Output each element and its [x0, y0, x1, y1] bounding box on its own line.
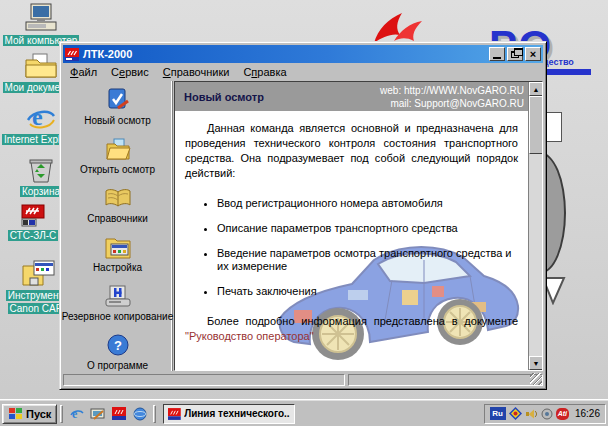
windows-logo-icon	[8, 407, 23, 420]
content-panel: Новый осмотр web: http://WWW.NovGARO.RU …	[174, 81, 543, 371]
quick-launch-novgaro-icon[interactable]	[110, 405, 127, 422]
ati-tray-icon[interactable]: Ati	[556, 408, 569, 420]
quick-launch-ie-icon[interactable]: e	[68, 405, 85, 422]
internet-explorer-icon: e	[26, 104, 56, 132]
bullet-item: Введение параметров осмотра транспортног…	[217, 247, 518, 273]
mail-link[interactable]: mail: Support@NovGARO.RU	[390, 98, 524, 109]
menu-item-help[interactable]: Справка	[243, 66, 286, 78]
tray-diamond-icon[interactable]	[509, 407, 522, 420]
statusbar	[63, 372, 543, 386]
my-computer-icon	[24, 3, 58, 33]
about-question-icon: ?	[107, 331, 129, 359]
bullet-item: Печать заключения	[217, 285, 518, 298]
sidebar-button-settings[interactable]: Настройка	[63, 233, 172, 282]
wallpaper-shape-rect	[546, 112, 562, 142]
wallpaper-brand-bar	[543, 69, 591, 75]
restore-button[interactable]	[507, 47, 523, 61]
scroll-down-button[interactable]: ▼	[529, 356, 543, 370]
sidebar: Новый осмотр Открыть осмотр	[63, 81, 173, 371]
toolbar-handle[interactable]	[60, 405, 63, 423]
new-inspection-icon	[105, 86, 131, 114]
quick-launch-channels-icon[interactable]	[131, 405, 148, 422]
content-title: Новый осмотр	[184, 91, 264, 103]
desktop-icon-label: СТС-ЗЛ-С	[8, 230, 59, 241]
task-button-ltk[interactable]: Линия технического...	[163, 404, 295, 424]
start-label: Пуск	[26, 408, 51, 420]
tray-misc-icon[interactable]	[541, 408, 553, 420]
status-pane-left	[63, 374, 345, 386]
quick-launch: e	[66, 405, 150, 422]
taskbar: Пуск e Линия технического... Ru Ati 1	[0, 400, 608, 426]
sidebar-button-new-inspection[interactable]: Новый осмотр	[63, 86, 172, 135]
system-tray: Ru Ati 16:26	[484, 404, 606, 424]
backup-drive-icon	[104, 282, 132, 310]
content-header: Новый осмотр web: http://WWW.NovGARO.RU …	[175, 82, 542, 111]
scroll-thumb[interactable]	[529, 96, 543, 154]
window-title: ЛТК-2000	[83, 48, 487, 60]
menu-item-file[interactable]: Файл	[70, 66, 97, 78]
open-folder-icon	[105, 135, 131, 163]
menubar: Файл Сервис Справочники Справка	[63, 63, 543, 80]
sidebar-button-open-inspection[interactable]: Открыть осмотр	[63, 135, 172, 184]
recycle-bin-icon	[27, 156, 55, 184]
stc-app-icon	[21, 204, 45, 228]
sidebar-button-references[interactable]: Справочники	[63, 184, 172, 233]
desktop-icon-label: Корзина	[20, 186, 62, 197]
svg-text:e: e	[72, 407, 78, 421]
svg-text:?: ?	[114, 338, 122, 353]
scroll-up-button[interactable]: ▲	[529, 82, 543, 96]
wallpaper-flame-logo	[372, 11, 424, 45]
toolbar-handle[interactable]	[153, 405, 156, 423]
menu-item-references[interactable]: Справочники	[163, 66, 230, 78]
minimize-button[interactable]	[489, 47, 505, 61]
app-title-icon	[65, 48, 79, 61]
intro-paragraph: Данная команда является основной и предн…	[185, 121, 518, 181]
start-button[interactable]: Пуск	[2, 404, 57, 424]
footer-paragraph: Более подробно информация представлена в…	[185, 314, 518, 344]
resize-grip[interactable]	[530, 373, 542, 385]
close-button[interactable]: ×	[525, 47, 541, 61]
content-body: Данная команда является основной и предн…	[175, 111, 542, 370]
app-window: ЛТК-2000 × Файл Сервис Справочники Справ…	[59, 41, 547, 390]
my-documents-icon	[24, 52, 58, 80]
reference-book-icon	[104, 184, 132, 212]
canon-tools-icon	[22, 258, 56, 288]
vertical-scrollbar[interactable]: ▲ ▼	[528, 82, 542, 370]
bullet-list: Ввод регистрационного номера автомобиля …	[217, 197, 518, 298]
language-indicator[interactable]: Ru	[490, 407, 506, 420]
menu-item-service[interactable]: Сервис	[111, 66, 149, 78]
settings-icon	[104, 233, 132, 261]
status-pane-right	[348, 374, 543, 386]
sidebar-button-backup[interactable]: Резервное копирование	[63, 282, 172, 331]
window-main-area: Новый осмотр Открыть осмотр	[63, 81, 543, 371]
bullet-item: Ввод регистрационного номера автомобиля	[217, 197, 518, 210]
volume-icon[interactable]	[525, 408, 538, 420]
task-app-icon	[168, 408, 181, 420]
desktop-icon-stc[interactable]: СТС-ЗЛ-С	[2, 204, 64, 242]
document-name: "Руководство оператора"	[185, 330, 314, 342]
quick-launch-desktop-icon[interactable]	[89, 405, 106, 422]
titlebar[interactable]: ЛТК-2000 ×	[63, 45, 543, 63]
bullet-item: Описание параметров транспортного средст…	[217, 222, 518, 235]
clock[interactable]: 16:26	[575, 408, 600, 419]
web-link[interactable]: web: http://WWW.NovGARO.RU	[380, 85, 524, 96]
